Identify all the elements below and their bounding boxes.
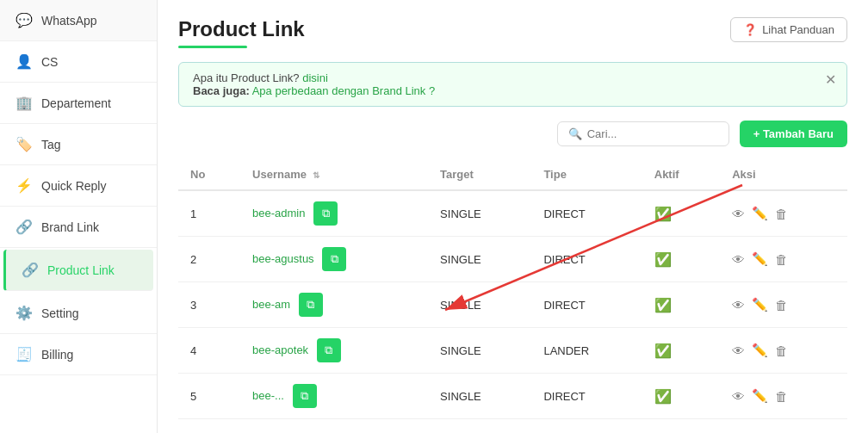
delete-icon[interactable]: 🗑	[775, 389, 788, 404]
sidebar-item-setting[interactable]: ⚙️ Setting	[0, 293, 157, 334]
page-header: Product Link ❓ Lihat Panduan	[178, 17, 847, 42]
cell-no: 3	[178, 282, 240, 328]
banner-text1: Apa itu Product Link?	[193, 71, 300, 84]
col-no: No	[178, 159, 240, 190]
cell-aktif: ✅	[642, 237, 720, 282]
sidebar-item-tag[interactable]: 🏷️ Tag	[0, 124, 157, 165]
sidebar-item-product-link[interactable]: 🔗 Product Link	[3, 250, 153, 291]
view-icon[interactable]: 👁	[732, 207, 745, 221]
banner-link1[interactable]: disini	[302, 71, 328, 84]
edit-icon[interactable]: ✏️	[752, 343, 768, 358]
username-link[interactable]: bee-admin	[252, 207, 305, 220]
col-aktif: Aktif	[642, 159, 720, 190]
quick-reply-icon: ⚡	[16, 177, 33, 194]
col-aksi: Aksi	[720, 159, 847, 190]
view-icon[interactable]: 👁	[732, 389, 745, 404]
cell-aksi: 👁 ✏️ 🗑	[720, 282, 847, 328]
col-tipe: Tipe	[531, 159, 642, 190]
cell-tipe: DIRECT	[531, 237, 642, 282]
aktif-check-icon: ✅	[654, 298, 672, 312]
sidebar-item-billing[interactable]: 🧾 Billing	[0, 334, 157, 375]
delete-icon[interactable]: 🗑	[775, 298, 788, 312]
delete-icon[interactable]: 🗑	[775, 207, 788, 221]
table-row: 5 bee-... ⧉ SINGLE DIRECT ✅ 👁 ✏️ 🗑	[178, 374, 847, 419]
cell-target: SINGLE	[428, 237, 531, 282]
cell-tipe: DIRECT	[531, 282, 642, 328]
cell-tipe: DIRECT	[531, 374, 642, 419]
edit-icon[interactable]: ✏️	[752, 388, 768, 404]
cell-no: 5	[178, 374, 240, 419]
sidebar-item-departement[interactable]: 🏢 Departement	[0, 83, 157, 124]
table-row: 2 bee-agustus ⧉ SINGLE DIRECT ✅ 👁 ✏️ 🗑	[178, 237, 847, 282]
table-row: 4 bee-apotek ⧉ SINGLE LANDER ✅ 👁 ✏️ 🗑	[178, 328, 847, 374]
banner-close[interactable]: ✕	[825, 71, 836, 88]
username-link[interactable]: bee-apotek	[252, 343, 308, 356]
sidebar-item-brand-link[interactable]: 🔗 Brand Link	[0, 207, 157, 248]
cell-username: bee-agustus ⧉	[240, 237, 428, 282]
copy-button[interactable]: ⧉	[317, 338, 341, 362]
sidebar-label-brand-link: Brand Link	[41, 220, 99, 234]
delete-icon[interactable]: 🗑	[775, 343, 788, 358]
cell-target: SINGLE	[428, 374, 531, 419]
sidebar-item-cs[interactable]: 👤 CS	[0, 41, 157, 83]
sort-icon[interactable]: ⇅	[313, 170, 319, 180]
edit-icon[interactable]: ✏️	[752, 251, 768, 267]
cs-icon: 👤	[16, 53, 33, 70]
cell-target: SINGLE	[428, 282, 531, 328]
view-icon[interactable]: 👁	[732, 298, 745, 312]
billing-icon: 🧾	[16, 346, 33, 362]
help-button-label: Lihat Panduan	[762, 23, 834, 36]
cell-aktif: ✅	[642, 374, 720, 419]
setting-icon: ⚙️	[16, 305, 33, 321]
copy-button[interactable]: ⧉	[299, 293, 323, 317]
aktif-check-icon: ✅	[654, 207, 672, 221]
cell-username: bee-... ⧉	[240, 374, 428, 419]
aktif-check-icon: ✅	[654, 252, 672, 267]
cell-no: 1	[178, 190, 240, 237]
edit-icon[interactable]: ✏️	[752, 206, 768, 221]
question-icon: ❓	[743, 23, 757, 36]
cell-username: bee-apotek ⧉	[240, 328, 428, 374]
banner-link2[interactable]: Apa perbedaan dengan Brand Link ?	[252, 84, 436, 97]
help-button[interactable]: ❓ Lihat Panduan	[730, 17, 847, 42]
delete-icon[interactable]: 🗑	[775, 252, 788, 267]
aktif-check-icon: ✅	[654, 389, 672, 404]
edit-icon[interactable]: ✏️	[752, 297, 768, 312]
username-link[interactable]: bee-...	[252, 389, 284, 402]
sidebar-label-product-link: Product Link	[47, 263, 115, 277]
cell-target: SINGLE	[428, 328, 531, 374]
table-row: 3 bee-am ⧉ SINGLE DIRECT ✅ 👁 ✏️ 🗑	[178, 282, 847, 328]
sidebar: 💬 WhatsApp 👤 CS 🏢 Departement 🏷️ Tag ⚡ Q…	[0, 0, 158, 433]
sidebar-item-whatsapp[interactable]: 💬 WhatsApp	[0, 0, 157, 41]
tag-icon: 🏷️	[16, 136, 33, 152]
cell-aktif: ✅	[642, 328, 720, 374]
sidebar-label-cs: CS	[41, 55, 58, 69]
sidebar-item-quick-reply[interactable]: ⚡ Quick Reply	[0, 165, 157, 207]
copy-button[interactable]: ⧉	[322, 247, 346, 271]
aktif-check-icon: ✅	[654, 343, 672, 358]
copy-button[interactable]: ⧉	[293, 384, 317, 408]
view-icon[interactable]: 👁	[732, 252, 745, 267]
table-row: 1 bee-admin ⧉ SINGLE DIRECT ✅ 👁 ✏️ 🗑	[178, 190, 847, 237]
sidebar-label-whatsapp: WhatsApp	[41, 14, 97, 28]
username-link[interactable]: bee-am	[252, 298, 290, 311]
col-target: Target	[428, 159, 531, 190]
search-icon: 🔍	[568, 127, 582, 140]
username-link[interactable]: bee-agustus	[252, 252, 314, 265]
search-input[interactable]	[587, 127, 718, 140]
search-box[interactable]: 🔍	[557, 121, 729, 146]
info-banner: Apa itu Product Link? disini Baca juga: …	[178, 62, 847, 107]
copy-button[interactable]: ⧉	[313, 201, 338, 226]
add-button[interactable]: + Tambah Baru	[740, 121, 847, 147]
view-icon[interactable]: 👁	[732, 343, 745, 358]
cell-aktif: ✅	[642, 190, 720, 237]
table-container: No Username ⇅ Target Tipe Aktif Aksi 1 b…	[178, 159, 847, 419]
cell-aksi: 👁 ✏️ 🗑	[720, 237, 847, 282]
cell-aksi: 👁 ✏️ 🗑	[720, 328, 847, 374]
product-link-table: No Username ⇅ Target Tipe Aktif Aksi 1 b…	[178, 159, 847, 419]
cell-no: 2	[178, 237, 240, 282]
col-username: Username ⇅	[240, 159, 428, 190]
sidebar-label-quick-reply: Quick Reply	[41, 179, 106, 193]
brand-link-icon: 🔗	[16, 219, 33, 235]
product-link-icon: 🔗	[22, 262, 39, 278]
